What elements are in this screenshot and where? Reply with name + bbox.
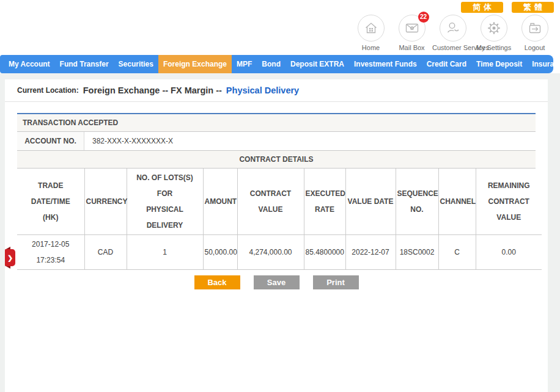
transaction-box: TRANSACTION ACCEPTED ACCOUNT NO. 382-XXX… <box>17 113 536 270</box>
customer-services-icon <box>440 15 466 42</box>
contract-details-header: CONTRACT DETAILS <box>17 151 536 169</box>
logout-button[interactable]: Logout <box>514 15 555 51</box>
cell-channel: C <box>438 235 476 270</box>
mailbox-label: Mail Box <box>391 44 432 51</box>
home-icon <box>358 15 385 42</box>
nav-item-my-account[interactable]: My Account <box>4 55 55 73</box>
breadcrumb-current-page[interactable]: Physical Delivery <box>226 85 299 95</box>
back-button[interactable]: Back <box>194 275 240 289</box>
cell-amount: 50,000.00 <box>203 235 237 270</box>
chevron-right-icon: ❯ <box>5 249 15 266</box>
breadcrumb: Current Location: Foreign Exchange -- FX… <box>5 79 548 102</box>
nav-item-mpf[interactable]: MPF <box>232 55 257 73</box>
customer-services-label: Customer Services <box>432 44 473 51</box>
breadcrumb-path: Foreign Exchange -- FX Margin -- <box>83 85 222 95</box>
col-currency: CURRENCY <box>84 169 127 235</box>
col-value-date: VALUE DATE <box>345 169 396 235</box>
nav-item-bond[interactable]: Bond <box>257 55 286 73</box>
page: 简体 繁體 Home <box>0 0 560 392</box>
cell-remaining-contract-value: 0.00 <box>476 235 542 270</box>
cell-executed-rate: 85.4800000 <box>304 235 345 270</box>
save-button[interactable]: Save <box>254 275 300 289</box>
table-data-row: 2017-12-05 17:23:54 CAD 1 50,000.00 4,27… <box>17 235 542 270</box>
nav-item-deposit-extra[interactable]: Deposit EXTRA <box>286 55 349 73</box>
action-buttons-row: Back Save Print <box>5 275 548 289</box>
main-navigation-bar: My Account Fund Transfer Securities Fore… <box>0 55 553 73</box>
col-executed-rate: EXECUTED RATE <box>304 169 345 235</box>
nav-item-securities[interactable]: Securities <box>114 55 158 73</box>
my-settings-icon <box>481 15 507 42</box>
mailbox-unread-badge: 22 <box>418 12 429 23</box>
header-icons-row: Home 22 Mail Box <box>350 15 555 51</box>
contract-details-table: TRADE DATE/TIME (HK) CURRENCY NO. OF LOT… <box>17 169 542 270</box>
nav-item-time-deposit[interactable]: Time Deposit <box>471 55 527 73</box>
cell-contract-value: 4,274,000.00 <box>237 235 304 270</box>
home-button[interactable]: Home <box>350 15 391 51</box>
account-no-value: 382-XXX-X-XXXXXXX-X <box>84 132 536 150</box>
breadcrumb-prefix: Current Location: <box>17 86 79 95</box>
cell-no-of-lots: 1 <box>127 235 203 270</box>
cell-trade-date-time: 2017-12-05 17:23:54 <box>17 235 84 270</box>
account-row: ACCOUNT NO. 382-XXX-X-XXXXXXX-X <box>17 132 536 151</box>
nav-item-credit-card[interactable]: Credit Card <box>422 55 471 73</box>
col-amount: AMOUNT <box>203 169 237 235</box>
side-panel-expand-tab[interactable]: ❯ <box>5 246 16 269</box>
main-area: Current Location: Foreign Exchange -- FX… <box>0 73 560 392</box>
customer-services-button[interactable]: Customer Services <box>432 15 473 51</box>
home-label: Home <box>350 44 391 51</box>
table-header-row: TRADE DATE/TIME (HK) CURRENCY NO. OF LOT… <box>17 169 542 235</box>
language-toggle-row: 简体 繁體 <box>461 2 554 13</box>
traditional-chinese-button[interactable]: 繁體 <box>512 2 554 13</box>
logout-label: Logout <box>514 44 555 51</box>
nav-item-foreign-exchange[interactable]: Foreign Exchange <box>158 55 232 73</box>
print-button[interactable]: Print <box>313 275 359 289</box>
mailbox-icon: 22 <box>399 15 426 42</box>
col-remaining-contract-value: REMAINING CONTRACT VALUE <box>476 169 542 235</box>
account-no-label: ACCOUNT NO. <box>17 132 84 150</box>
col-trade-date-time: TRADE DATE/TIME (HK) <box>17 169 84 235</box>
col-channel: CHANNEL <box>438 169 476 235</box>
content-panel: Current Location: Foreign Exchange -- FX… <box>5 79 548 392</box>
col-contract-value: CONTRACT VALUE <box>237 169 304 235</box>
transaction-status-header: TRANSACTION ACCEPTED <box>17 114 536 132</box>
my-settings-button[interactable]: My Settings <box>473 15 514 51</box>
col-sequence-no: SEQUENCE NO. <box>396 169 438 235</box>
nav-item-investment-funds[interactable]: Investment Funds <box>349 55 422 73</box>
cell-sequence-no: 18SC0002 <box>396 235 438 270</box>
nav-item-fund-transfer[interactable]: Fund Transfer <box>55 55 114 73</box>
col-no-of-lots: NO. OF LOTS(S) FOR PHYSICAL DELIVERY <box>127 169 203 235</box>
mailbox-button[interactable]: 22 Mail Box <box>391 15 432 51</box>
cell-currency: CAD <box>84 235 127 270</box>
cell-value-date: 2022-12-07 <box>345 235 396 270</box>
my-settings-label: My Settings <box>473 44 514 51</box>
simplified-chinese-button[interactable]: 简体 <box>461 2 503 13</box>
logout-icon <box>521 15 548 42</box>
nav-item-insurance[interactable]: Insurance <box>527 55 560 73</box>
